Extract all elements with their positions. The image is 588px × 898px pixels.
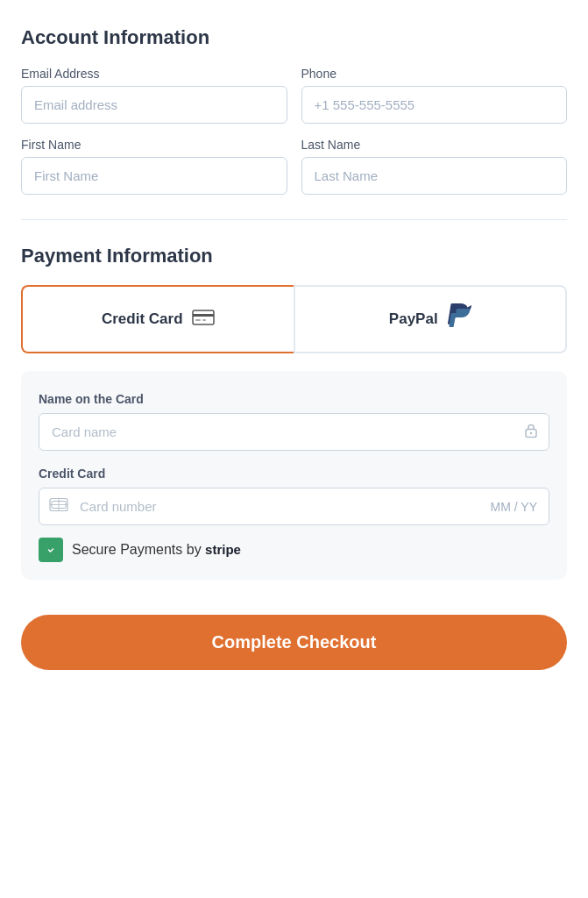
- last-name-input[interactable]: [301, 157, 568, 195]
- credit-card-icon: [192, 310, 215, 330]
- email-input[interactable]: [21, 86, 287, 124]
- stripe-badge: Secure Payments by stripe: [39, 538, 549, 562]
- first-name-label: First Name: [21, 138, 287, 152]
- lock-icon: [525, 423, 537, 441]
- payment-section-title: Payment Information: [21, 245, 567, 267]
- email-phone-row: Email Address Phone: [21, 67, 567, 124]
- stripe-brand: stripe: [205, 542, 241, 557]
- svg-point-5: [530, 431, 532, 433]
- payment-tabs: Credit Card PayPal: [21, 285, 567, 353]
- credit-card-tab[interactable]: Credit Card: [21, 285, 294, 353]
- card-number-input[interactable]: [39, 488, 549, 525]
- paypal-tab-label: PayPal: [389, 310, 438, 328]
- card-number-wrapper: MM / YY: [39, 488, 549, 525]
- name-row: First Name Last Name: [21, 138, 567, 195]
- credit-card-label: Credit Card: [39, 467, 549, 481]
- last-name-group: Last Name: [301, 138, 568, 195]
- card-name-wrapper: [39, 413, 549, 451]
- card-name-input[interactable]: [39, 413, 549, 451]
- card-expiry: MM / YY: [491, 500, 537, 514]
- email-group: Email Address: [21, 67, 287, 124]
- paypal-icon: [447, 303, 471, 336]
- account-section-title: Account Information: [21, 26, 567, 49]
- secure-text: Secure Payments by stripe: [72, 542, 241, 558]
- section-divider: [21, 219, 567, 220]
- svg-rect-2: [195, 319, 201, 321]
- last-name-label: Last Name: [301, 138, 568, 152]
- card-name-label: Name on the Card: [39, 392, 549, 406]
- first-name-input[interactable]: [21, 157, 287, 195]
- svg-rect-0: [193, 310, 214, 324]
- card-form: Name on the Card Credit Card MM / YY: [21, 371, 567, 580]
- checkout-button[interactable]: Complete Checkout: [21, 615, 567, 670]
- phone-input[interactable]: [301, 86, 568, 124]
- phone-label: Phone: [301, 67, 568, 81]
- paypal-tab[interactable]: PayPal: [294, 285, 568, 353]
- svg-rect-1: [193, 314, 214, 317]
- shield-icon: [39, 538, 63, 562]
- first-name-group: First Name: [21, 138, 287, 195]
- svg-rect-3: [202, 319, 206, 321]
- card-chip-icon: [49, 497, 68, 516]
- email-label: Email Address: [21, 67, 287, 81]
- credit-card-tab-label: Credit Card: [102, 310, 183, 328]
- phone-group: Phone: [301, 67, 568, 124]
